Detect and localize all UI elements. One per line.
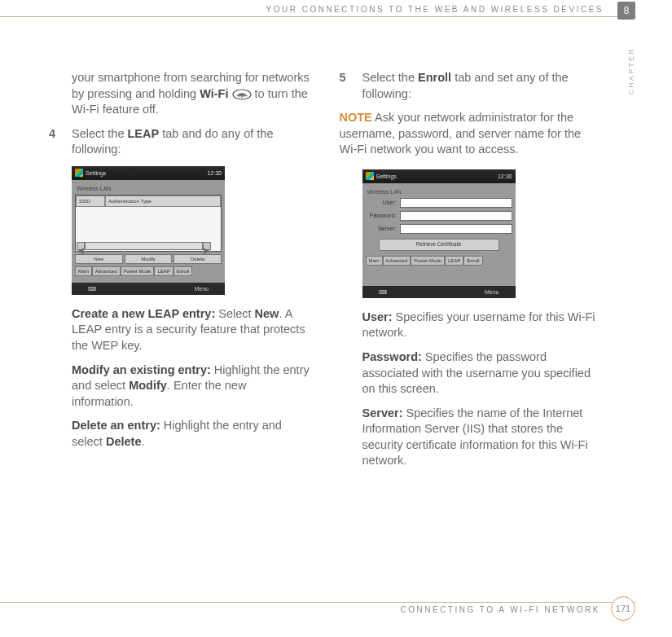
ss2-menu: Menu: [485, 288, 499, 296]
ss1-body: Wireless LAN SSID Authentication Type ◂ …: [72, 180, 225, 283]
ss1-softkeys: ⌨ Menu: [72, 283, 225, 295]
ss2-password-row: Password:: [366, 211, 512, 221]
screenshot-enroll-tab: Settings 12:30 Wireless LAN User: Passwo…: [362, 169, 516, 298]
ss1-menu: Menu: [194, 285, 209, 292]
ss2-password-field: [400, 211, 512, 221]
ss2-app-title: Settings: [376, 173, 397, 180]
step-4-text-a: Select the: [72, 127, 128, 140]
ss2-tab-enroll: Enroll: [463, 256, 482, 266]
new-bold: New: [255, 307, 279, 320]
screenshot-leap-tab: Settings 12:30 Wireless LAN SSID Authent…: [72, 166, 225, 295]
ss1-col-ssid: SSID: [76, 195, 105, 207]
ss2-tab-leap: LEAP: [445, 256, 463, 266]
ss1-tab-advanced: Advanced: [92, 266, 121, 276]
delete-b: .: [141, 435, 144, 448]
modify-bold: Modify an existing entry:: [72, 363, 211, 376]
kbd-icon: ⌨: [88, 285, 96, 292]
chapter-label: CHAPTER: [627, 47, 635, 94]
delete-btn-bold: Delete: [106, 435, 142, 448]
ss1-tab-enroll: Enroll: [173, 266, 192, 276]
page-number: 171: [611, 596, 635, 621]
ss1-tabs: Main Advanced Power Mode LEAP Enroll: [75, 266, 222, 276]
create-a: Select: [215, 307, 254, 320]
ss1-titlebar: Settings 12:30: [72, 166, 225, 180]
ss2-titlebar: Settings 12:30: [362, 169, 516, 183]
ss2-body: Wireless LAN User: Password: Server: Ret…: [362, 183, 516, 286]
svg-point-0: [233, 90, 251, 99]
kbd-icon: ⌨: [379, 288, 387, 296]
step-4-number: 4: [49, 126, 55, 143]
ss2-softkeys: ⌨ Menu: [362, 286, 516, 298]
intro-paragraph: your smartphone from searching for netwo…: [49, 70, 310, 118]
ss2-server-field: [400, 224, 512, 234]
start-icon: [366, 172, 374, 180]
password-para: Password: Specifies the password associa…: [340, 349, 601, 398]
delete-bold: Delete an entry:: [72, 419, 160, 432]
modify-btn-bold: Modify: [129, 379, 167, 392]
content-columns: your smartphone from searching for netwo…: [49, 70, 600, 477]
ss2-time: 12:30: [498, 173, 512, 180]
ss1-tab-leap: LEAP: [154, 266, 173, 276]
ss1-list: SSID Authentication Type ◂ ▸: [75, 195, 222, 252]
running-head: YOUR CONNECTIONS TO THE WEB AND WIRELESS…: [261, 5, 609, 14]
enroll-bold: Enroll: [418, 71, 451, 84]
modify-entry-para: Modify an existing entry: Highlight the …: [49, 362, 310, 411]
password-bold: Password:: [362, 350, 422, 363]
delete-entry-para: Delete an entry: Highlight the entry and…: [49, 418, 310, 450]
ss1-screen-title: Wireless LAN: [75, 183, 222, 195]
ss1-tab-power: Power Mode: [121, 266, 155, 276]
ss2-tab-power: Power Mode: [411, 256, 445, 266]
footer-text: CONNECTING TO A WI-FI NETWORK: [401, 605, 600, 614]
ss1-modify-btn: Modify: [125, 254, 173, 264]
user-text: Specifies your username for this Wi-Fi n…: [362, 310, 595, 340]
note-label: NOTE: [340, 111, 372, 124]
ss2-tab-advanced: Advanced: [383, 256, 411, 266]
step-4: 4 Select the LEAP tab and do any of the …: [49, 126, 310, 158]
scroll-right-icon: ▸: [203, 242, 211, 250]
ss1-app-title: Settings: [86, 169, 106, 177]
create-entry-para: Create a new LEAP entry: Select New. A L…: [49, 306, 310, 354]
step-5-number: 5: [340, 70, 346, 86]
header-rule: [0, 16, 635, 17]
start-icon: [75, 169, 83, 177]
chapter-number-badge: 8: [617, 2, 635, 20]
ss2-user-label: User:: [366, 199, 400, 206]
ss1-time: 12:30: [207, 169, 222, 177]
ss1-col-auth: Authentication Type: [105, 195, 221, 207]
create-bold: Create a new LEAP entry:: [72, 307, 215, 320]
ss1-button-row: New Modify Delete: [75, 254, 222, 264]
step-5: 5 Select the Enroll tab and set any of t…: [340, 70, 601, 102]
user-bold: User:: [362, 310, 393, 323]
user-para: User: Specifies your username for this W…: [340, 310, 601, 341]
ss2-tabs: Main Advanced Power Mode LEAP Enroll: [366, 256, 512, 266]
scroll-left-icon: ◂: [77, 242, 85, 250]
right-column: 5 Select the Enroll tab and set any of t…: [340, 70, 601, 477]
wifi-bold: Wi-Fi: [200, 87, 228, 100]
ss2-password-label: Password:: [366, 212, 400, 219]
ss1-scrollbar: ◂ ▸: [77, 242, 211, 250]
ss2-retrieve-btn: Retrieve Certificate: [379, 239, 499, 251]
svg-point-1: [241, 96, 243, 98]
note-paragraph: NOTE Ask your network administrator for …: [340, 110, 601, 158]
note-text: Ask your network administrator for the u…: [340, 111, 582, 156]
footer-rule: [0, 602, 635, 603]
left-column: your smartphone from searching for netwo…: [49, 70, 310, 477]
server-para: Server: Specifies the name of the Intern…: [340, 406, 601, 469]
leap-bold: LEAP: [128, 127, 160, 140]
ss2-user-row: User:: [366, 198, 512, 208]
ss2-user-field: [400, 198, 512, 208]
ss2-screen-title: Wireless LAN: [366, 187, 512, 198]
ss2-tab-main: Main: [366, 256, 383, 266]
server-bold: Server:: [362, 406, 403, 420]
ss1-delete-btn: Delete: [173, 254, 222, 264]
ss2-server-label: Server:: [366, 225, 400, 232]
wifi-button-icon: [232, 89, 252, 100]
ss2-server-row: Server:: [366, 224, 512, 234]
ss1-tab-main: Main: [75, 266, 92, 276]
step-5-text-a: Select the: [362, 71, 419, 84]
